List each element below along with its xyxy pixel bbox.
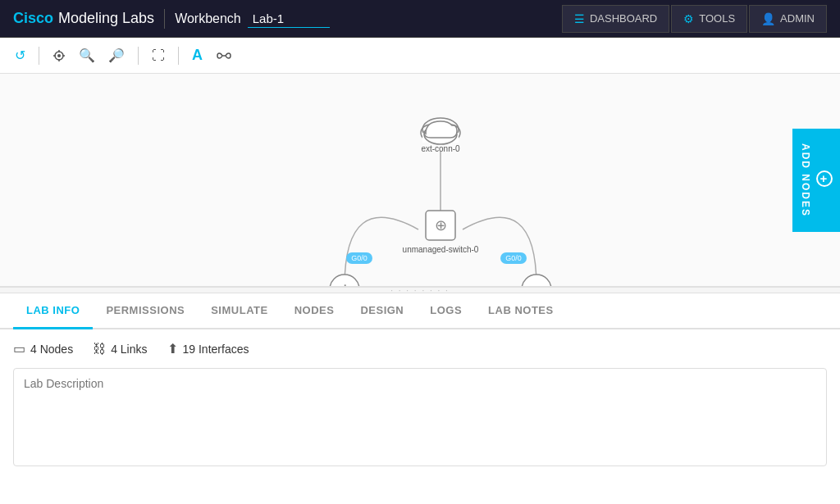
zoom-in-button[interactable]: 🔍 (74, 44, 100, 66)
annotate-button[interactable]: A (187, 43, 208, 67)
link-button[interactable] (211, 46, 237, 66)
svg-text:⊕: ⊕ (435, 217, 447, 234)
toolbar-sep-2 (138, 47, 139, 65)
admin-button[interactable]: 👤 ADMIN (749, 5, 827, 33)
resize-handle[interactable]: · · · · · · · · (0, 287, 840, 293)
tab-nodes[interactable]: NODES (281, 293, 348, 329)
tab-design[interactable]: DESIGN (347, 293, 417, 329)
nodes-count: 4 Nodes (30, 343, 73, 356)
tab-permissions[interactable]: PERMISSIONS (93, 293, 198, 329)
toolbar: ↺ 🔍 🔎 ⛶ A (0, 38, 840, 74)
links-stat: ⛓ 4 Links (93, 342, 147, 356)
tools-label: TOOLS (699, 12, 735, 25)
canvas-area[interactable]: G0/0 G0/1 G0/0 G0/1 ext-conn-0 ⊕ unmana (0, 74, 840, 287)
logo: Cisco Modeling Labs (13, 10, 154, 27)
lab-info-panel: ▭ 4 Nodes ⛓ 4 Links ⬆ 19 Interfaces (0, 329, 840, 481)
header: Cisco Modeling Labs Workbench ☰ DASHBOAR… (0, 0, 840, 38)
admin-icon: 👤 (761, 12, 775, 25)
admin-label: ADMIN (780, 12, 815, 25)
bottom-panel: LAB INFO PERMISSIONS SIMULATE NODES DESI… (0, 293, 840, 481)
logo-cisco: Cisco (13, 10, 53, 27)
add-nodes-button[interactable]: + ADD NODES (792, 128, 840, 231)
svg-text:⊕: ⊕ (340, 283, 349, 287)
lab-description-textarea[interactable] (13, 368, 827, 466)
tab-logs[interactable]: LOGS (417, 293, 475, 329)
workbench-label: Workbench (175, 11, 241, 26)
add-nodes-label: ADD NODES (800, 143, 811, 216)
tools-icon: ⚙ (683, 12, 694, 25)
header-nav: ☰ DASHBOARD ⚙ TOOLS 👤 ADMIN (562, 5, 827, 33)
dashboard-button[interactable]: ☰ DASHBOARD (562, 5, 669, 33)
lab-name-input[interactable] (248, 10, 330, 28)
zoom-out-button[interactable]: 🔎 (103, 44, 130, 66)
svg-text:⊕: ⊕ (532, 283, 541, 287)
nodes-stat: ▭ 4 Nodes (13, 341, 73, 356)
nodes-icon: ▭ (13, 341, 25, 356)
svg-text:unmanaged-switch-0: unmanaged-switch-0 (403, 245, 479, 254)
interfaces-count: 19 Interfaces (183, 343, 249, 356)
fit-button[interactable]: ⛶ (147, 45, 170, 66)
logo-rest: Modeling Labs (58, 10, 154, 27)
tab-bar: LAB INFO PERMISSIONS SIMULATE NODES DESI… (0, 293, 840, 329)
add-nodes-plus: + (816, 170, 833, 186)
toolbar-sep-1 (39, 47, 39, 65)
interfaces-stat: ⬆ 19 Interfaces (167, 341, 249, 356)
svg-point-0 (57, 54, 61, 57)
tab-lab-info[interactable]: LAB INFO (13, 293, 93, 329)
dashboard-label: DASHBOARD (590, 12, 657, 25)
toolbar-sep-3 (178, 47, 179, 65)
pointer-button[interactable] (48, 46, 71, 66)
stats-row: ▭ 4 Nodes ⛓ 4 Links ⬆ 19 Interfaces (13, 341, 827, 356)
links-icon: ⛓ (93, 342, 106, 356)
svg-text:G0/0: G0/0 (351, 254, 368, 262)
interfaces-icon: ⬆ (167, 341, 178, 356)
undo-button[interactable]: ↺ (10, 44, 30, 66)
tools-button[interactable]: ⚙ TOOLS (671, 5, 747, 33)
links-count: 4 Links (111, 343, 147, 356)
tab-lab-notes[interactable]: LAB NOTES (475, 293, 567, 329)
header-divider (164, 9, 165, 29)
dashboard-icon: ☰ (574, 12, 585, 25)
svg-text:ext-conn-0: ext-conn-0 (421, 144, 460, 153)
svg-text:G0/0: G0/0 (505, 254, 522, 262)
tab-simulate[interactable]: SIMULATE (198, 293, 281, 329)
network-diagram: G0/0 G0/1 G0/0 G0/1 ext-conn-0 ⊕ unmana (0, 74, 840, 287)
